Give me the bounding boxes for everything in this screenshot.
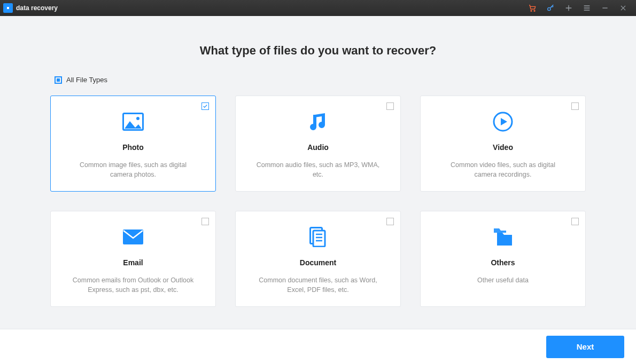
others-icon	[493, 223, 513, 251]
titlebar-actions	[527, 3, 633, 13]
close-icon[interactable]	[618, 3, 629, 13]
cart-icon[interactable]	[527, 3, 538, 13]
main-content: What type of files do you want to recove…	[0, 16, 636, 329]
titlebar-left: data recovery	[3, 3, 58, 13]
document-icon	[309, 223, 327, 251]
minimize-icon[interactable]	[600, 3, 610, 13]
file-type-grid: Photo Common image files, such as digita…	[53, 96, 583, 307]
app-title: data recovery	[16, 4, 58, 12]
plus-icon[interactable]	[563, 3, 574, 13]
svg-point-2	[548, 7, 550, 10]
titlebar: data recovery	[0, 0, 636, 16]
menu-icon[interactable]	[581, 3, 592, 13]
page-title: What type of files do you want to recove…	[53, 44, 583, 58]
card-others-title: Others	[491, 258, 515, 267]
next-button[interactable]: Next	[546, 336, 624, 358]
card-audio-desc: Common audio files, such as MP3, WMA, et…	[254, 160, 382, 179]
card-others-desc: Other useful data	[477, 275, 529, 285]
card-document[interactable]: Document Common document files, such as …	[235, 211, 401, 307]
photo-icon	[122, 108, 144, 136]
card-video-checkbox[interactable]	[571, 102, 579, 110]
card-email-title: Email	[123, 258, 143, 267]
card-email[interactable]: Email Common emails from Outlook or Outl…	[50, 211, 216, 307]
card-email-checkbox[interactable]	[201, 218, 209, 225]
footer-bar: Next	[0, 329, 636, 364]
card-video-title: Video	[493, 143, 513, 152]
card-video[interactable]: Video Common video files, such as digita…	[420, 96, 586, 192]
card-photo[interactable]: Photo Common image files, such as digita…	[50, 96, 216, 192]
card-others-checkbox[interactable]	[571, 218, 579, 225]
card-document-title: Document	[300, 258, 336, 267]
card-document-checkbox[interactable]	[386, 218, 394, 225]
svg-point-0	[531, 10, 532, 11]
video-icon	[492, 108, 514, 136]
card-audio-title: Audio	[307, 143, 329, 152]
card-photo-desc: Common image files, such as digital came…	[69, 160, 197, 179]
audio-icon	[309, 108, 327, 136]
card-photo-checkbox[interactable]	[201, 102, 209, 110]
card-others[interactable]: Others Other useful data	[420, 211, 586, 307]
all-file-types-toggle[interactable]: All File Types	[53, 76, 583, 84]
card-video-desc: Common video files, such as digital came…	[439, 160, 567, 179]
card-document-desc: Common document files, such as Word, Exc…	[254, 275, 382, 295]
card-email-desc: Common emails from Outlook or Outlook Ex…	[69, 275, 197, 295]
card-audio-checkbox[interactable]	[386, 102, 394, 110]
all-file-types-label: All File Types	[66, 76, 107, 84]
email-icon	[122, 223, 144, 251]
key-icon[interactable]	[545, 3, 556, 13]
card-photo-title: Photo	[122, 143, 144, 152]
all-file-types-checkbox-icon	[55, 76, 62, 84]
svg-rect-8	[313, 231, 325, 247]
app-logo	[3, 3, 13, 13]
card-audio[interactable]: Audio Common audio files, such as MP3, W…	[235, 96, 401, 192]
svg-point-4	[136, 117, 139, 120]
svg-point-1	[534, 10, 535, 11]
